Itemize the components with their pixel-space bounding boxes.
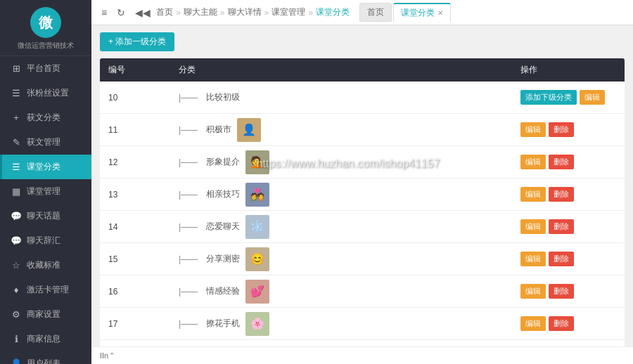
cell-ops: 编辑删除 — [512, 249, 625, 269]
delete-button[interactable]: 删除 — [549, 219, 574, 234]
category-name: 撩花手机 — [206, 318, 240, 330]
table-body: 10|——比较初级添加下级分类编辑11|——积极市👤编辑删除12|——形象提介💁… — [100, 82, 625, 346]
sidebar-item-fans-manage[interactable]: ☰ 张粉丝设置 — [0, 81, 91, 105]
sidebar-item-article-manage[interactable]: ✎ 获文管理 — [0, 130, 91, 155]
table-row: 14|——恋爱聊天❄️编辑删除 — [100, 211, 625, 243]
cell-ops: 编辑删除 — [512, 119, 625, 140]
edit-button[interactable]: 编辑 — [520, 252, 546, 266]
category-thumbnail: 👤 — [237, 118, 261, 142]
cell-id: 12 — [100, 155, 170, 170]
category-indent: |—— — [179, 319, 198, 329]
add-category-button[interactable]: + 添加一级分类 — [100, 32, 174, 51]
delete-button[interactable]: 删除 — [549, 316, 574, 331]
table-row: 13|——相亲技巧💑编辑删除 — [100, 178, 625, 211]
hamburger-icon[interactable]: ≡ — [98, 7, 110, 18]
sidebar-item-chat-title[interactable]: 💬 聊天话题 — [0, 204, 91, 228]
sidebar-item-user-list[interactable]: 👤 用户列表 — [0, 351, 91, 364]
cell-id: 17 — [100, 316, 170, 332]
delete-button[interactable]: 删除 — [549, 155, 574, 169]
sidebar-item-label: 获文分类 — [27, 112, 60, 124]
breadcrumb-level2[interactable]: 聊大详情 — [228, 6, 262, 18]
cell-id: 14 — [100, 219, 170, 235]
table-row: 18|——单身狗添加下级分类删除 — [100, 340, 625, 346]
sidebar-item-class-category[interactable]: ☰ 课堂分类 — [0, 155, 91, 179]
category-name: 恋爱聊天 — [206, 221, 240, 233]
breadcrumb-level1[interactable]: 聊大主能 — [184, 6, 217, 18]
delete-button[interactable]: 删除 — [549, 187, 574, 202]
sidebar-item-label: 收藏标准 — [27, 259, 60, 271]
sidebar-logo: 微 微信运营营销技术 — [0, 0, 91, 56]
sidebar-item-label: 课堂分类 — [27, 161, 60, 173]
cell-id: 13 — [100, 187, 170, 202]
chat-words-icon: 💬 — [11, 235, 22, 246]
bottom-bar: IIn " — [91, 346, 633, 364]
sidebar-item-chat-words[interactable]: 💬 聊天辞汇 — [0, 228, 91, 253]
tab-class-category[interactable]: 课堂分类 ✕ — [393, 3, 451, 22]
delete-button[interactable]: 删除 — [549, 252, 574, 266]
dashboard-icon: ⊞ — [11, 63, 22, 74]
favorites-icon: ☆ — [11, 260, 22, 271]
main-area: ≡ ↻ ◀◀ 首页 » 聊大主能 » 聊大详情 » 课室管理 » 课堂分类 首页… — [91, 0, 633, 364]
cell-ops: 编辑删除 — [512, 216, 625, 237]
category-name: 比较初级 — [206, 91, 240, 103]
user-icon: 👤 — [11, 358, 22, 364]
sidebar-item-favorites[interactable]: ☆ 收藏标准 — [0, 253, 91, 278]
tab-home[interactable]: 首页 — [359, 3, 392, 22]
edit-button[interactable]: 编辑 — [520, 316, 546, 331]
fans-icon: ☰ — [11, 88, 22, 98]
table-row: 10|——比较初级添加下级分类编辑 — [100, 82, 625, 114]
breadcrumb-level4[interactable]: 课堂分类 — [316, 6, 350, 18]
breadcrumb-level3[interactable]: 课室管理 — [271, 6, 305, 18]
cell-category: |——比较初级 — [170, 89, 512, 106]
class-manage-icon: ▦ — [11, 186, 22, 197]
sidebar-item-label: 张粉丝设置 — [27, 87, 69, 99]
cell-ops: 编辑删除 — [512, 184, 625, 204]
content-area: + 添加一级分类 编号 分类 操作 10|——比较初级添加下级分类编辑11|——… — [91, 25, 633, 346]
table-row: 12|——形象提介💁编辑删除 — [100, 146, 625, 178]
category-indent: |—— — [179, 125, 198, 135]
category-name: 积极市 — [206, 124, 231, 136]
member-icon: ♦ — [11, 285, 22, 295]
cell-ops: 添加下级分类编辑 — [512, 87, 625, 108]
edit-button[interactable]: 编辑 — [520, 284, 546, 299]
cell-category: |——积极市👤 — [170, 115, 512, 145]
edit-button[interactable]: 编辑 — [580, 90, 605, 105]
cell-category: |——分享测密😊 — [170, 245, 512, 274]
edit-button[interactable]: 编辑 — [520, 219, 546, 234]
tab-close-icon[interactable]: ✕ — [437, 9, 443, 17]
refresh-icon[interactable]: ↻ — [114, 7, 128, 18]
sidebar-item-shop-settings[interactable]: ⚙ 商家设置 — [0, 302, 91, 327]
sidebar-item-label: 激活卡管理 — [27, 284, 69, 296]
cell-ops: 编辑删除 — [512, 313, 625, 334]
add-sub-category-button[interactable]: 添加下级分类 — [520, 90, 577, 105]
category-name: 分享测密 — [206, 253, 240, 265]
category-thumbnail: 💑 — [245, 183, 269, 207]
sidebar-item-article-category[interactable]: + 获文分类 — [0, 105, 91, 130]
breadcrumb-home[interactable]: 首页 — [156, 6, 173, 18]
sidebar-item-member-manage[interactable]: ♦ 激活卡管理 — [0, 278, 91, 302]
sidebar-item-class-manage[interactable]: ▦ 课堂管理 — [0, 179, 91, 204]
category-indent: |—— — [179, 157, 198, 167]
sidebar-item-shop-info[interactable]: ℹ 商家信息 — [0, 327, 91, 351]
category-thumbnail: 🌸 — [245, 312, 269, 336]
sidebar-item-label: 用户列表 — [27, 358, 60, 364]
sidebar-item-dashboard[interactable]: ⊞ 平台首页 — [0, 56, 91, 81]
shop-settings-icon: ⚙ — [11, 309, 22, 320]
cell-id: 16 — [100, 284, 170, 299]
sidebar: 微 微信运营营销技术 ⊞ 平台首页 ☰ 张粉丝设置 + 获文分类 ✎ 获文管理 … — [0, 0, 91, 364]
category-indent: |—— — [179, 254, 198, 264]
category-thumbnail: 😊 — [245, 247, 269, 271]
back-icon[interactable]: ◀◀ — [132, 7, 153, 18]
edit-button[interactable]: 编辑 — [520, 155, 546, 169]
category-indent: |—— — [179, 93, 198, 103]
table-row: 16|——情感经验💕编辑删除 — [100, 275, 625, 308]
delete-button[interactable]: 删除 — [549, 122, 574, 137]
category-indent: |—— — [179, 287, 198, 297]
logo-text: 微信运营营销技术 — [18, 41, 74, 50]
category-thumbnail: ❄️ — [245, 215, 269, 239]
delete-button[interactable]: 删除 — [549, 284, 574, 299]
edit-button[interactable]: 编辑 — [520, 122, 546, 137]
sidebar-item-label: 商家设置 — [27, 308, 60, 320]
edit-button[interactable]: 编辑 — [520, 187, 546, 202]
sidebar-item-label: 商家信息 — [27, 333, 60, 345]
